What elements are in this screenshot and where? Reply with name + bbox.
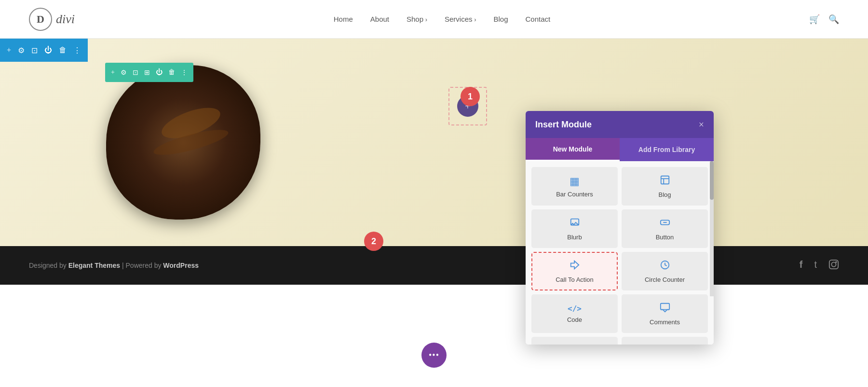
twitter-icon[interactable]: t: [814, 259, 817, 272]
module-button[interactable]: Button: [622, 209, 708, 248]
nav-item-about[interactable]: About: [370, 15, 389, 24]
circle-counter-icon: [660, 260, 670, 273]
module-blog-label: Blog: [658, 191, 671, 198]
blurb-icon: [570, 217, 580, 231]
module-button-label: Button: [656, 234, 674, 241]
toolbar-settings-icon[interactable]: ⚙: [18, 46, 25, 55]
module-blog[interactable]: Blog: [622, 167, 708, 206]
dialog-tabs: New Module Add From Library: [526, 138, 714, 161]
module-circle-counter[interactable]: Circle Counter: [622, 252, 708, 290]
module-blurb-label: Blurb: [567, 234, 582, 241]
code-icon: </>: [568, 304, 582, 313]
blog-icon: [660, 175, 670, 188]
comments-icon: [660, 302, 670, 316]
step-bubble-1: 1: [461, 87, 480, 106]
dialog-body: ▦ Bar Counters Blog Blurb: [526, 161, 714, 345]
svg-marker-6: [570, 261, 579, 269]
col-delete-icon[interactable]: 🗑: [168, 69, 175, 76]
module-grid: Blurb Button Call To Action: [531, 209, 708, 345]
toolbar-delete-icon[interactable]: 🗑: [59, 46, 67, 55]
module-comments-label: Comments: [650, 318, 680, 326]
bar-counters-icon: ▦: [570, 175, 580, 188]
nav-item-shop[interactable]: Shop: [407, 15, 427, 24]
module-bar-counters-label: Bar Counters: [556, 191, 593, 198]
footer-powered-by: | Powered by: [122, 262, 163, 269]
bottom-add-button[interactable]: •••: [421, 343, 447, 368]
call-to-action-icon: [570, 260, 580, 273]
dialog-close-button[interactable]: ×: [699, 119, 704, 130]
module-bar-counters[interactable]: ▦ Bar Counters: [531, 167, 618, 206]
dialog-title: Insert Module: [535, 120, 592, 130]
col-layout-icon[interactable]: ⊡: [133, 69, 138, 77]
footer-prefix: Designed by: [29, 262, 68, 269]
col-more-icon[interactable]: ⋮: [181, 69, 188, 77]
svg-point-13: [836, 262, 837, 263]
module-code-label: Code: [567, 316, 582, 323]
toolbar-power-icon[interactable]: ⏻: [44, 46, 52, 55]
bottom-dots-label: •••: [429, 350, 439, 360]
nav-item-services[interactable]: Services: [445, 15, 476, 24]
button-icon: [660, 217, 670, 231]
toolbar-more-icon[interactable]: ⋮: [73, 46, 81, 55]
logo-icon: D: [29, 8, 52, 31]
tab-new-module[interactable]: New Module: [526, 138, 620, 161]
svg-rect-8: [660, 303, 669, 309]
nav-item-blog[interactable]: Blog: [493, 15, 508, 24]
edit-toolbar-top: + ⚙ ⊡ ⏻ 🗑 ⋮: [0, 39, 88, 62]
step-bubble-2: 2: [364, 232, 383, 251]
nav-logo[interactable]: D divi: [29, 8, 75, 31]
instagram-icon[interactable]: [828, 259, 839, 272]
col-add-icon[interactable]: +: [111, 69, 115, 76]
insert-module-dialog: Insert Module × New Module Add From Libr…: [526, 111, 714, 345]
col-grid-icon[interactable]: ⊞: [144, 69, 150, 77]
nav-links: Home About Shop Services Blog Contact: [334, 15, 550, 24]
footer-text: Designed by Elegant Themes | Powered by …: [29, 262, 199, 269]
search-icon[interactable]: 🔍: [828, 14, 839, 25]
nav-item-home[interactable]: Home: [334, 15, 353, 24]
nav-icons: 🛒 🔍: [809, 14, 839, 25]
main-content-area: + ⚙ ⊡ ⊞ ⏻ 🗑 ⋮ + 1 2 Insert Module × New …: [0, 39, 868, 246]
scrollbar-thumb[interactable]: [710, 161, 714, 200]
dialog-header: Insert Module ×: [526, 111, 714, 138]
col-toolbar: + ⚙ ⊡ ⊞ ⏻ 🗑 ⋮: [105, 63, 193, 82]
svg-point-12: [831, 262, 836, 266]
module-cta-label: Call To Action: [556, 276, 594, 283]
scrollbar-track[interactable]: [710, 161, 714, 296]
module-blurb[interactable]: Blurb: [531, 209, 618, 248]
navbar: D divi Home About Shop Services Blog Con…: [0, 0, 868, 39]
bread-image: [106, 65, 260, 220]
cart-icon[interactable]: 🛒: [809, 14, 820, 25]
toolbar-add-icon[interactable]: +: [7, 46, 11, 55]
module-contact-form[interactable]: Contact Form: [531, 337, 618, 345]
footer-social: f t: [800, 259, 839, 272]
module-code[interactable]: </> Code: [531, 294, 618, 333]
col-settings-icon[interactable]: ⚙: [121, 69, 127, 77]
countdown-timer-icon: [660, 345, 670, 345]
logo-text: divi: [56, 12, 75, 27]
footer-wordpress: WordPress: [163, 262, 199, 269]
col-power-icon[interactable]: ⏻: [156, 69, 163, 76]
contact-form-icon: [570, 345, 580, 345]
module-comments[interactable]: Comments: [622, 294, 708, 333]
toolbar-layout-icon[interactable]: ⊡: [31, 46, 38, 55]
facebook-icon[interactable]: f: [800, 259, 803, 272]
module-circle-counter-label: Circle Counter: [645, 276, 685, 283]
svg-rect-11: [829, 260, 838, 268]
module-countdown-timer[interactable]: Countdown Timer: [622, 337, 708, 345]
footer: Designed by Elegant Themes | Powered by …: [0, 246, 868, 285]
footer-elegant-themes: Elegant Themes: [68, 262, 120, 269]
module-call-to-action[interactable]: Call To Action: [531, 252, 618, 290]
tab-add-from-library[interactable]: Add From Library: [620, 138, 714, 161]
svg-rect-0: [661, 176, 669, 184]
nav-item-contact[interactable]: Contact: [526, 15, 551, 24]
